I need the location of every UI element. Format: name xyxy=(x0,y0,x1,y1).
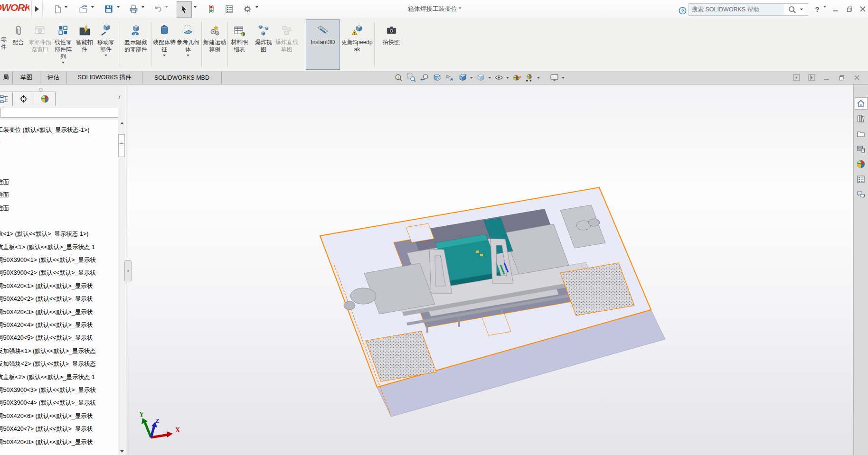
selection-filter-button[interactable] xyxy=(205,2,217,16)
view-settings-button[interactable] xyxy=(549,73,559,83)
linear-pattern-dropdown[interactable] xyxy=(62,62,65,64)
ribbon-button-insert-component-clipped[interactable]: 零 件 xyxy=(0,19,8,70)
feature-tree-item[interactable]: 网50X420<5> (默认<<默认>_显示状 xyxy=(0,332,118,344)
feature-tree-item[interactable]: 准面 xyxy=(0,176,118,189)
panel-expand-chevron[interactable]: › xyxy=(118,93,121,101)
taskpane-home-button[interactable] xyxy=(855,97,868,110)
search-input[interactable] xyxy=(689,4,784,15)
feature-tree-item[interactable]: 网50X420<7> (默认<<默认>_显示状 xyxy=(0,423,118,436)
feature-tree-item[interactable]: 网50X3900<3> (默认<<默认>_显示状 xyxy=(0,384,118,397)
edit-appearance-button[interactable] xyxy=(511,73,522,83)
ribbon-button-show-hidden-components[interactable]: 显示隐藏的零部件 xyxy=(123,19,148,70)
view-orientation-dropdown[interactable] xyxy=(470,77,473,79)
feature-tree-item[interactable] xyxy=(0,163,118,176)
panel-splitter-dot[interactable] xyxy=(39,88,43,92)
ribbon-button-assembly-features[interactable]: 装配体特征 xyxy=(153,19,176,70)
save-button[interactable] xyxy=(103,2,115,16)
open-button[interactable] xyxy=(77,2,89,16)
view-settings-dropdown[interactable] xyxy=(562,77,565,79)
restore-button[interactable] xyxy=(844,4,855,14)
ribbon-button-exploded-view[interactable]: 爆炸视图 xyxy=(253,19,274,70)
taskpane-appearances-button[interactable] xyxy=(855,158,868,170)
zoom-to-area-button[interactable] xyxy=(406,73,416,83)
select-tool-button[interactable] xyxy=(177,1,192,18)
feature-tree-item[interactable]: 网50X420<6> (默认<<默认>_显示状 xyxy=(0,410,118,423)
feature-tree-item[interactable]: 网50X3900<2> (默认<<默认>_显示状 xyxy=(0,267,118,279)
tab-evaluate[interactable]: 评估 xyxy=(40,71,67,84)
taskpane-view-palette-button[interactable] xyxy=(855,143,868,155)
undo-dropdown[interactable] xyxy=(165,8,170,13)
panel-splitter-handle[interactable] xyxy=(124,260,132,281)
ribbon-button-update-speedpak[interactable]: 更新Speedpak xyxy=(341,19,373,70)
ribbon-button-reference-geometry[interactable]: 参考几何体 xyxy=(177,19,199,70)
zoom-to-fit-button[interactable] xyxy=(393,73,404,83)
feature-tree-item[interactable]: 反加强块<2> (默认<<默认>_显示状态 xyxy=(0,358,118,371)
scroll-up-button[interactable] xyxy=(118,120,125,127)
feature-tree-item[interactable]: 网50X420<4> (默认<<默认>_显示状 xyxy=(0,319,118,332)
save-dropdown[interactable] xyxy=(117,8,122,13)
previous-view-button[interactable] xyxy=(419,73,429,83)
reference-geometry-dropdown[interactable] xyxy=(187,55,189,56)
hide-show-annotations-button[interactable] xyxy=(444,73,455,83)
ribbon-button-mate[interactable]: 配合 xyxy=(9,19,28,70)
assembly-features-dropdown[interactable] xyxy=(163,55,166,56)
taskpane-forum-button[interactable] xyxy=(855,188,868,201)
undo-button[interactable] xyxy=(152,2,164,16)
feature-tree-item[interactable]: 网50X3900<4> (默认<<默认>_显示状 xyxy=(0,397,118,409)
dock-pane-right-button[interactable] xyxy=(807,74,816,82)
options-dropdown[interactable] xyxy=(255,8,260,13)
new-document-button[interactable] xyxy=(51,2,64,16)
scroll-down-button[interactable] xyxy=(118,448,125,455)
menu-flyout-button[interactable] xyxy=(31,1,43,17)
feature-tree-item[interactable]: 坑盖板<1> (默认<<默认>_显示状态 1 xyxy=(0,241,118,254)
ribbon-button-smart-fasteners[interactable]: 智能扣件 xyxy=(75,19,94,70)
minimize-button[interactable] xyxy=(830,4,840,14)
tree-filter-box[interactable] xyxy=(0,108,118,118)
display-style-button[interactable] xyxy=(475,73,486,83)
tab-solidworks-mbd[interactable]: SOLIDWORKS MBD xyxy=(142,71,222,84)
new-document-dropdown[interactable] xyxy=(65,8,69,13)
taskpane-custom-properties-button[interactable] xyxy=(855,173,868,186)
view-orientation-button[interactable] xyxy=(457,73,468,83)
search-button[interactable] xyxy=(784,5,800,14)
print-dropdown[interactable] xyxy=(142,8,146,13)
ribbon-button-linear-component-pattern[interactable]: 线性零部件阵列 xyxy=(52,19,74,70)
move-component-dropdown[interactable] xyxy=(104,55,107,56)
feature-tree-item[interactable]: y xyxy=(0,137,118,149)
ribbon-button-bill-of-materials[interactable]: 材料明细表 xyxy=(229,19,250,70)
ribbon-button-new-motion-study[interactable]: 新建运动算例 xyxy=(203,19,226,70)
apply-scene-button[interactable] xyxy=(524,73,535,83)
close-button[interactable] xyxy=(858,4,868,14)
tab-layout-clipped[interactable]: 局 xyxy=(0,71,13,84)
minimize-document-button[interactable] xyxy=(822,74,831,82)
dock-pane-left-button[interactable] xyxy=(792,74,801,82)
hide-show-items-button[interactable] xyxy=(493,73,504,83)
feature-tree-item[interactable] xyxy=(0,215,118,228)
tab-sketch[interactable]: 草图 xyxy=(13,71,40,84)
feature-tree-item[interactable] xyxy=(0,150,118,163)
ribbon-button-take-snapshot[interactable]: 拍快照 xyxy=(376,19,406,70)
apply-scene-dropdown[interactable] xyxy=(537,77,540,79)
open-dropdown[interactable] xyxy=(91,8,96,13)
tab-property-manager[interactable] xyxy=(13,92,34,106)
tab-feature-manager-tree[interactable] xyxy=(0,92,13,106)
ribbon-button-component-preview[interactable]: 零部件预览窗口 xyxy=(28,19,51,70)
print-button[interactable] xyxy=(127,2,140,16)
options-button[interactable] xyxy=(241,2,254,16)
display-style-dropdown[interactable] xyxy=(488,77,491,79)
feature-tree-item[interactable]: 反加强块<1> (默认<<默认>_显示状态 xyxy=(0,345,118,358)
restore-document-button[interactable] xyxy=(838,74,846,82)
feature-tree-item[interactable]: 网50X3900<1> (默认<<默认>_显示状 xyxy=(0,254,118,267)
scroll-thumb[interactable] xyxy=(118,134,125,157)
help-button[interactable]: ? xyxy=(812,4,822,14)
tab-solidworks-add-ins[interactable]: SOLIDWORKS 插件 xyxy=(67,71,142,84)
feature-tree-item[interactable]: 坑盖板<2> (默认<<默认>_显示状态 1 xyxy=(0,371,118,383)
ribbon-button-move-component[interactable]: 移动零部件 xyxy=(95,19,117,70)
feature-tree-item[interactable]: 准面 xyxy=(0,202,118,214)
ribbon-button-explode-line-sketch[interactable]: 爆炸直线草图 xyxy=(275,19,298,70)
taskpane-design-library-button[interactable] xyxy=(855,112,868,125)
close-document-button[interactable] xyxy=(853,74,861,82)
graphics-viewport[interactable]: X Y Z xyxy=(127,84,853,455)
hide-show-items-dropdown[interactable] xyxy=(506,77,509,79)
taskpane-file-explorer-button[interactable] xyxy=(855,128,868,140)
